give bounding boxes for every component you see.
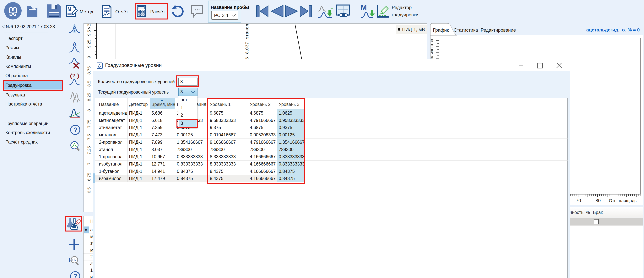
svg-text:Отн. площадь: Отн. площадь xyxy=(609,198,636,203)
svg-text:8: 8 xyxy=(86,109,92,112)
svg-text:8.75: 8.75 xyxy=(86,66,92,75)
svg-text:?: ? xyxy=(74,272,78,278)
svg-text:6.5: 6.5 xyxy=(86,187,92,193)
svg-text:❭: ❭ xyxy=(76,73,80,79)
svg-text:70: 70 xyxy=(576,198,581,203)
svg-text:9: 9 xyxy=(86,56,92,58)
svg-text:9.25: 9.25 xyxy=(86,40,92,48)
svg-text:M: M xyxy=(68,6,71,12)
svg-text:?: ? xyxy=(74,126,78,133)
svg-text:M: M xyxy=(361,4,367,12)
svg-text:7: 7 xyxy=(86,162,92,165)
svg-text:Количество.: Количество. xyxy=(430,38,434,62)
svg-text:9.5: 9.5 xyxy=(86,30,92,36)
svg-text:8.25: 8.25 xyxy=(86,93,92,101)
svg-text:7.75: 7.75 xyxy=(86,120,92,128)
svg-text:?: ? xyxy=(72,73,76,78)
svg-text:6.75: 6.75 xyxy=(86,173,92,181)
svg-text:80: 80 xyxy=(596,198,601,203)
svg-text:ПИД-1, мВ: ПИД-1, мВ xyxy=(402,27,425,32)
svg-text:мВ: мВ xyxy=(86,24,92,29)
svg-text:8.5: 8.5 xyxy=(86,81,92,87)
svg-text:❬: ❬ xyxy=(72,98,76,103)
svg-text:7.25: 7.25 xyxy=(86,146,92,154)
svg-text:❭: ❭ xyxy=(76,98,79,103)
svg-text:6 8.037 этанол: 6 8.037 этанол xyxy=(244,24,250,60)
svg-text:7.5: 7.5 xyxy=(86,134,92,140)
